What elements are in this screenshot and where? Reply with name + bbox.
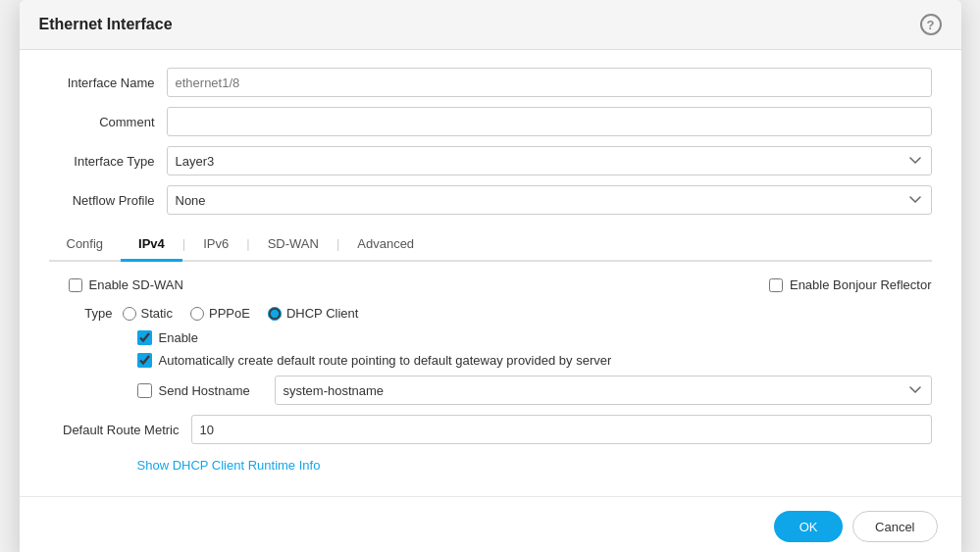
comment-input[interactable]	[167, 107, 932, 136]
type-pppoe-label[interactable]: PPPoE	[190, 306, 250, 321]
send-hostname-checkbox-label[interactable]: Send Hostname	[137, 383, 265, 398]
netflow-profile-select[interactable]: None	[167, 185, 932, 215]
type-label: Type	[69, 306, 123, 321]
cancel-button[interactable]: Cancel	[852, 511, 937, 542]
type-static-label[interactable]: Static	[123, 306, 174, 321]
type-row: Type Static PPPoE DHCP Client	[49, 306, 932, 321]
enable-row: Enable	[137, 330, 932, 345]
type-static-radio[interactable]	[123, 307, 136, 321]
enable-bonjour-text: Enable Bonjour Reflector	[790, 277, 932, 292]
auto-default-route-checkbox[interactable]	[137, 353, 152, 368]
auto-default-route-row: Automatically create default route point…	[137, 353, 932, 368]
ok-button[interactable]: OK	[774, 511, 843, 542]
metric-input[interactable]	[191, 415, 932, 444]
hostname-select[interactable]: system-hostname custom	[275, 376, 932, 405]
enable-checkbox-label[interactable]: Enable	[137, 330, 198, 345]
type-pppoe-text: PPPoE	[209, 306, 250, 321]
top-checkbox-row: Enable SD-WAN Enable Bonjour Reflector	[49, 277, 932, 292]
help-icon[interactable]: ?	[920, 14, 942, 35]
type-dhcp-text: DHCP Client	[286, 306, 358, 321]
dialog-title: Ethernet Interface	[39, 16, 173, 33]
interface-name-label: Interface Name	[49, 75, 167, 90]
tab-ipv6[interactable]: IPv6	[185, 228, 246, 262]
metric-label: Default Route Metric	[49, 423, 191, 437]
send-hostname-text: Send Hostname	[159, 383, 250, 398]
enable-bonjour-label[interactable]: Enable Bonjour Reflector	[769, 277, 932, 292]
type-static-text: Static	[141, 306, 174, 321]
enable-checkbox[interactable]	[137, 330, 152, 345]
enable-sdwan-label[interactable]: Enable SD-WAN	[69, 277, 183, 292]
comment-row: Comment	[49, 107, 932, 136]
tab-sdwan[interactable]: SD-WAN	[250, 228, 336, 262]
type-dhcp-label[interactable]: DHCP Client	[268, 306, 358, 321]
auto-default-route-label[interactable]: Automatically create default route point…	[137, 353, 612, 368]
netflow-profile-row: Netflow Profile None	[49, 185, 932, 215]
comment-label: Comment	[49, 115, 167, 129]
auto-default-route-text: Automatically create default route point…	[159, 353, 612, 368]
interface-type-row: Interface Type Layer3 Layer2 Virtual Wir…	[49, 146, 932, 176]
interface-type-select[interactable]: Layer3 Layer2 Virtual Wire Tap HA Decryp…	[167, 146, 932, 176]
interface-name-row: Interface Name	[49, 68, 932, 97]
tab-config[interactable]: Config	[49, 228, 122, 262]
type-radio-group: Static PPPoE DHCP Client	[123, 306, 359, 321]
enable-sdwan-checkbox[interactable]	[69, 278, 82, 292]
type-dhcp-radio[interactable]	[268, 307, 282, 321]
enable-text: Enable	[159, 330, 198, 345]
interface-name-input[interactable]	[167, 68, 932, 97]
send-hostname-row: Send Hostname system-hostname custom	[137, 376, 932, 405]
netflow-profile-label: Netflow Profile	[49, 193, 167, 208]
ethernet-interface-dialog: Ethernet Interface ? Interface Name Comm…	[20, 0, 961, 552]
dhcp-link[interactable]: Show DHCP Client Runtime Info	[137, 458, 321, 473]
tab-ipv4[interactable]: IPv4	[121, 228, 182, 262]
tabs: Config IPv4 | IPv6 | SD-WAN | Advanced	[49, 228, 932, 262]
metric-row: Default Route Metric	[49, 415, 932, 444]
ipv4-tab-content: Enable SD-WAN Enable Bonjour Reflector T…	[49, 262, 932, 473]
dialog-footer: OK Cancel	[20, 496, 961, 552]
dialog-body: Interface Name Comment Interface Type La…	[20, 50, 961, 496]
enable-sdwan-text: Enable SD-WAN	[89, 277, 183, 292]
options-block: Enable Automatically create default rout…	[49, 330, 932, 405]
interface-type-label: Interface Type	[49, 154, 167, 169]
send-hostname-checkbox[interactable]	[137, 383, 152, 398]
tab-advanced[interactable]: Advanced	[339, 228, 432, 262]
dhcp-link-container: Show DHCP Client Runtime Info	[49, 458, 932, 473]
dialog-header: Ethernet Interface ?	[20, 0, 961, 50]
type-pppoe-radio[interactable]	[190, 307, 204, 321]
enable-bonjour-checkbox[interactable]	[769, 278, 783, 292]
